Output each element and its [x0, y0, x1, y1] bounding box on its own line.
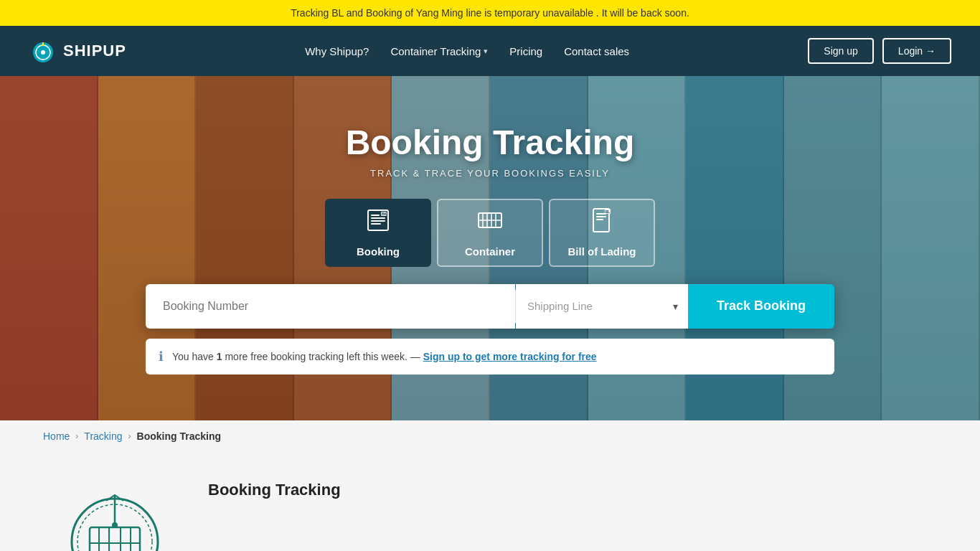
- bol-icon: BL: [589, 207, 615, 238]
- svg-point-31: [112, 522, 118, 528]
- lower-section: Booking Tracking: [0, 452, 980, 551]
- hero-subtitle: TRACK & TRACE YOUR BOOKINGS EASILY: [370, 168, 610, 179]
- tab-bol-label: Bill of Lading: [568, 245, 636, 258]
- main-nav: Why Shipup? Container Tracking ▾ Pricing…: [305, 45, 629, 57]
- tab-container-label: Container: [465, 245, 515, 258]
- booking-icon: BK: [365, 207, 391, 238]
- shipping-line-select-wrapper: Shipping Line ▾: [516, 284, 688, 329]
- signup-free-tracking-link[interactable]: Sign up to get more tracking for free: [423, 351, 597, 362]
- svg-rect-6: [371, 220, 385, 222]
- svg-rect-19: [596, 219, 603, 220]
- tab-bol[interactable]: BL Bill of Lading: [549, 199, 655, 267]
- breadcrumb-sep-2: ›: [128, 431, 131, 441]
- info-text: You have 1 more free booking tracking le…: [172, 351, 597, 362]
- svg-rect-17: [596, 213, 606, 215]
- chevron-down-icon: ▾: [484, 47, 488, 56]
- search-bar: Shipping Line ▾ Track Booking: [146, 284, 834, 329]
- alert-banner: Tracking BL and Booking of Yang Ming lin…: [0, 0, 980, 26]
- info-icon: ℹ: [159, 349, 164, 364]
- breadcrumb-tracking[interactable]: Tracking: [84, 430, 122, 442]
- nav-why-shipup[interactable]: Why Shipup?: [305, 45, 369, 57]
- track-booking-button[interactable]: Track Booking: [688, 284, 834, 329]
- lower-section-title: Booking Tracking: [208, 474, 341, 499]
- container-icon: [477, 207, 503, 238]
- logo-icon: [29, 37, 57, 65]
- logo-text: SHIPUP: [63, 42, 126, 60]
- svg-rect-18: [596, 216, 606, 217]
- header: SHIPUP Why Shipup? Container Tracking ▾ …: [0, 26, 980, 76]
- header-buttons: Sign up Login →: [808, 38, 951, 64]
- svg-rect-7: [371, 223, 381, 225]
- logo[interactable]: SHIPUP: [29, 37, 126, 65]
- hero-title: Booking Tracking: [346, 123, 635, 162]
- hero-content: Booking Tracking TRACK & TRACE YOUR BOOK…: [0, 123, 980, 375]
- tracking-illustration: [43, 474, 187, 551]
- svg-point-2: [41, 50, 45, 55]
- svg-text:BL: BL: [606, 210, 610, 214]
- signup-button[interactable]: Sign up: [808, 38, 873, 64]
- nav-container-tracking[interactable]: Container Tracking ▾: [390, 45, 488, 57]
- svg-rect-5: [371, 217, 385, 219]
- tab-container[interactable]: Container: [437, 199, 543, 267]
- breadcrumb-home[interactable]: Home: [43, 430, 70, 442]
- tab-booking[interactable]: BK Booking: [325, 199, 431, 267]
- svg-rect-24: [90, 527, 140, 551]
- svg-rect-4: [371, 215, 380, 216]
- booking-number-input[interactable]: [146, 284, 515, 329]
- svg-text:BK: BK: [382, 212, 387, 216]
- tab-booking-label: Booking: [357, 245, 400, 258]
- lower-text-area: Booking Tracking: [208, 474, 341, 499]
- alert-text: Tracking BL and Booking of Yang Ming lin…: [291, 7, 689, 19]
- breadcrumb-current: Booking Tracking: [137, 430, 221, 442]
- login-button[interactable]: Login →: [882, 38, 951, 64]
- shipping-line-select[interactable]: Shipping Line: [516, 300, 688, 312]
- breadcrumb-sep-1: ›: [75, 431, 78, 441]
- nav-contact-sales[interactable]: Contact sales: [564, 45, 629, 57]
- info-bar: ℹ You have 1 more free booking tracking …: [146, 339, 834, 375]
- nav-pricing[interactable]: Pricing: [509, 45, 542, 57]
- hero-section: Booking Tracking TRACK & TRACE YOUR BOOK…: [0, 76, 980, 420]
- tracking-tabs: BK Booking Container: [325, 199, 655, 267]
- illustration-svg: [57, 481, 172, 551]
- breadcrumb: Home › Tracking › Booking Tracking: [0, 420, 980, 452]
- free-tracking-count: 1: [217, 351, 222, 362]
